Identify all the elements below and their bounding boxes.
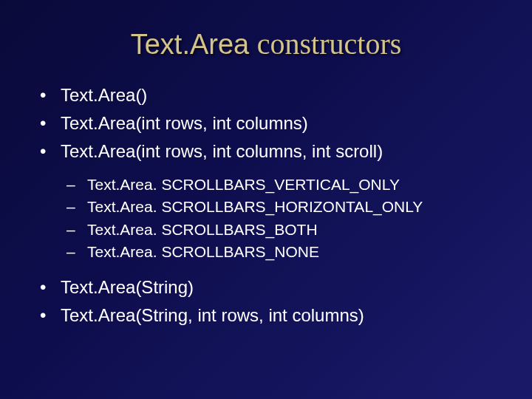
bullet-item: Text.Area(String) <box>37 274 510 301</box>
bullet-item: Text.Area(String, int rows, int columns) <box>37 302 510 329</box>
sub-bullet-item: Text.Area. SCROLLBARS_VERTICAL_ONLY <box>66 174 510 196</box>
sub-bullet-text: Text.Area. SCROLLBARS_HORIZONTAL_ONLY <box>87 198 423 215</box>
sub-bullet-item: Text.Area. SCROLLBARS_BOTH <box>66 219 510 241</box>
bullet-list-2: Text.Area(String) Text.Area(String, int … <box>37 274 510 329</box>
bullet-text: Text.Area() <box>61 85 147 105</box>
bullet-text: Text.Area(String) <box>61 277 194 297</box>
bullet-item: Text.Area() <box>37 82 510 109</box>
sub-bullet-item: Text.Area. SCROLLBARS_NONE <box>66 241 510 263</box>
bullet-item: Text.Area(int rows, int columns, int scr… <box>37 138 510 165</box>
sub-bullet-item: Text.Area. SCROLLBARS_HORIZONTAL_ONLY <box>66 196 510 218</box>
bullet-text: Text.Area(String, int rows, int columns) <box>61 305 364 325</box>
title-part1: Text.Area <box>131 29 257 60</box>
sub-bullet-text: Text.Area. SCROLLBARS_NONE <box>87 243 319 260</box>
sub-bullet-list: Text.Area. SCROLLBARS_VERTICAL_ONLY Text… <box>37 174 510 264</box>
bullet-list: Text.Area() Text.Area(int rows, int colu… <box>37 82 510 165</box>
slide: Text.Area constructors Text.Area() Text.… <box>0 0 532 399</box>
slide-title: Text.Area constructors <box>0 0 532 82</box>
bullet-text: Text.Area(int rows, int columns, int scr… <box>61 141 383 161</box>
sub-bullet-text: Text.Area. SCROLLBARS_VERTICAL_ONLY <box>87 176 400 193</box>
slide-content: Text.Area() Text.Area(int rows, int colu… <box>0 82 532 329</box>
sub-bullet-text: Text.Area. SCROLLBARS_BOTH <box>87 221 318 238</box>
title-part2: constructors <box>257 27 402 61</box>
bullet-item: Text.Area(int rows, int columns) <box>37 110 510 137</box>
bullet-text: Text.Area(int rows, int columns) <box>61 113 308 133</box>
